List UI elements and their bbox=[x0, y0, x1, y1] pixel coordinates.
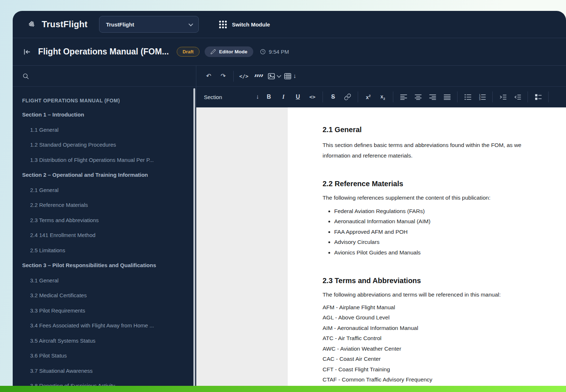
svg-text:3: 3 bbox=[479, 98, 480, 101]
toolbar-row-1: ↶ ↷ </> ”” bbox=[196, 66, 566, 87]
task-list-button[interactable] bbox=[533, 90, 544, 103]
document-title: Flight Operations Manual (FOM... bbox=[38, 47, 169, 57]
link-icon bbox=[344, 93, 351, 101]
sidebar-scrollbar[interactable] bbox=[193, 88, 195, 392]
toc-item[interactable]: 2.1 General bbox=[13, 183, 196, 198]
strikethrough-button[interactable]: S bbox=[328, 90, 339, 103]
doc-paragraph[interactable]: This section defines basic terms and abb… bbox=[323, 140, 566, 161]
toc-item[interactable]: 3.1 General bbox=[13, 273, 196, 288]
document-page[interactable]: 2.1 General This section defines basic t… bbox=[288, 107, 566, 392]
last-edited-time: 9:54 PM bbox=[260, 49, 289, 55]
doc-heading-2-1[interactable]: 2.1 General bbox=[323, 126, 566, 134]
align-left-icon bbox=[400, 93, 407, 101]
switch-module-button[interactable]: Switch Module bbox=[219, 21, 270, 28]
document-header: Flight Operations Manual (FOM... Draft E… bbox=[13, 38, 566, 66]
ordered-list-button[interactable]: 1 2 3 bbox=[477, 90, 488, 103]
subscript-button[interactable]: x2 bbox=[377, 90, 388, 103]
footer-accent-bar bbox=[0, 386, 566, 392]
doc-heading-2-3[interactable]: 2.3 Terms and Abbreviations bbox=[323, 277, 566, 285]
doc-term-line[interactable]: CFT - Coast Flight Training bbox=[323, 364, 566, 375]
align-right-button[interactable] bbox=[427, 90, 438, 103]
doc-bullet-item[interactable]: Federal Aviation Regulations (FARs) bbox=[334, 206, 566, 217]
justify-icon bbox=[443, 93, 451, 101]
doc-bullet-item[interactable]: FAA Approved AFM and POH bbox=[334, 227, 566, 237]
indent-button[interactable] bbox=[497, 90, 508, 103]
toc-item[interactable]: 3.2 Medical Certificates bbox=[13, 288, 196, 303]
undo-button[interactable]: ↶ bbox=[203, 70, 214, 83]
doc-term-line[interactable]: AFM - Airplane Flight Manual bbox=[323, 302, 566, 313]
doc-bullet-item[interactable]: Aeronautical Information Manual (AIM) bbox=[334, 216, 566, 227]
inline-code-button[interactable]: <> bbox=[307, 90, 318, 103]
bullet-list-button[interactable] bbox=[462, 90, 473, 103]
app-window: TrustFlight TrustFlight Switch Module Fl… bbox=[13, 11, 566, 392]
image-options-chevron-icon bbox=[277, 73, 282, 78]
redo-button[interactable]: ↷ bbox=[218, 70, 229, 83]
blockquote-button[interactable]: ”” bbox=[253, 70, 264, 83]
block-style-dropdown[interactable]: Section ↓ bbox=[203, 90, 260, 103]
doc-term-line[interactable]: CAC - Coast Air Center bbox=[323, 354, 566, 364]
table-icon bbox=[284, 72, 292, 80]
doc-bullet-list[interactable]: Federal Aviation Regulations (FARs) Aero… bbox=[323, 206, 566, 258]
italic-button[interactable]: I bbox=[278, 90, 289, 103]
align-left-button[interactable] bbox=[398, 90, 409, 103]
doc-term-line[interactable]: AWC - Aviation Weather Center bbox=[323, 344, 566, 354]
search-icon bbox=[22, 73, 29, 80]
toc-item[interactable]: 3.3 Pilot Requirements bbox=[13, 303, 196, 318]
organization-selector[interactable]: TrustFlight bbox=[99, 16, 199, 33]
doc-terms-list[interactable]: AFM - Airplane Flight Manual AGL - Above… bbox=[323, 302, 566, 392]
task-list-icon bbox=[534, 93, 542, 101]
toc-search[interactable] bbox=[13, 66, 196, 87]
insert-image-button[interactable] bbox=[267, 70, 280, 83]
editor-mode-label: Editor Mode bbox=[219, 49, 247, 54]
toc-item[interactable]: Section 3 – Pilot Responsibilities and Q… bbox=[13, 258, 196, 273]
toc-item[interactable]: 3.6 Pilot Status bbox=[13, 348, 196, 363]
switch-module-label: Switch Module bbox=[232, 21, 270, 28]
toolbar-divider bbox=[323, 91, 323, 102]
toc-item[interactable]: Section 1 – Introduction bbox=[13, 107, 196, 122]
toc-item[interactable]: 2.5 Limitations bbox=[13, 243, 196, 258]
align-center-button[interactable] bbox=[413, 90, 423, 103]
chevron-down-icon bbox=[189, 21, 193, 26]
toc-item[interactable]: 1.1 General bbox=[13, 122, 196, 138]
editor-pane: ↶ ↷ </> ”” bbox=[196, 66, 566, 392]
editor-canvas: 2.1 General This section defines basic t… bbox=[196, 107, 566, 392]
doc-bullet-item[interactable]: Avionics Pilot Guides and Manuals bbox=[334, 248, 566, 258]
doc-paragraph[interactable]: The following abbreviations and terms wi… bbox=[323, 290, 566, 300]
collapse-sidebar-icon[interactable] bbox=[23, 48, 31, 56]
toc-item[interactable]: 2.3 Terms and Abbreviations bbox=[13, 213, 196, 228]
top-navbar: TrustFlight TrustFlight Switch Module bbox=[13, 11, 566, 38]
toc-item[interactable]: 3.4 Fees Associated with Flight Away fro… bbox=[13, 318, 196, 333]
toc-item[interactable]: 3.7 Situational Awareness bbox=[13, 363, 196, 379]
code-block-button[interactable]: </> bbox=[238, 70, 249, 83]
image-icon bbox=[267, 72, 275, 80]
doc-term-line[interactable]: ATC - Air Traffic Control bbox=[323, 333, 566, 344]
toolbar-divider bbox=[233, 71, 234, 82]
align-right-icon bbox=[429, 93, 436, 101]
link-button[interactable] bbox=[342, 90, 353, 103]
insert-table-button[interactable]: ↓ bbox=[284, 70, 296, 83]
toc-item[interactable]: 1.3 Distribution of Flight Operations Ma… bbox=[13, 152, 196, 168]
toc-item[interactable]: 1.2 Standard Operating Procedures bbox=[13, 137, 196, 152]
superscript-button[interactable]: x2 bbox=[363, 90, 374, 103]
doc-term-line[interactable]: AIM - Aeronautical Information Manual bbox=[323, 323, 566, 334]
doc-paragraph[interactable]: The following references supplement the … bbox=[323, 193, 566, 203]
toolbar-divider bbox=[457, 91, 458, 102]
doc-bullet-item[interactable]: Advisory Circulars bbox=[334, 237, 566, 248]
outdent-button[interactable] bbox=[512, 90, 523, 103]
doc-term-line[interactable]: CTAF - Common Traffic Advisory Frequency bbox=[323, 375, 566, 385]
apps-grid-icon bbox=[219, 21, 227, 28]
doc-term-line[interactable]: AGL - Above Ground Level bbox=[323, 313, 566, 323]
bold-button[interactable]: B bbox=[263, 90, 274, 103]
toc-item[interactable]: Section 2 – Operational and Training Inf… bbox=[13, 167, 196, 183]
justify-button[interactable] bbox=[442, 90, 452, 103]
clock-icon bbox=[260, 49, 266, 55]
organization-selector-value: TrustFlight bbox=[106, 21, 189, 28]
toc-item[interactable]: 2.2 Reference Materials bbox=[13, 197, 196, 213]
toc-title: FLIGHT OPERATIONS MANUAL (FOM) bbox=[13, 94, 196, 107]
underline-button[interactable]: U bbox=[292, 90, 303, 103]
toc-item[interactable]: 2.4 141 Enrollment Method bbox=[13, 228, 196, 243]
editor-mode-button[interactable]: Editor Mode bbox=[205, 46, 253, 57]
toc-item[interactable]: 3.5 Aircraft Systems Status bbox=[13, 333, 196, 348]
doc-heading-2-2[interactable]: 2.2 Reference Materials bbox=[323, 180, 566, 188]
toolbar-divider bbox=[528, 91, 528, 102]
